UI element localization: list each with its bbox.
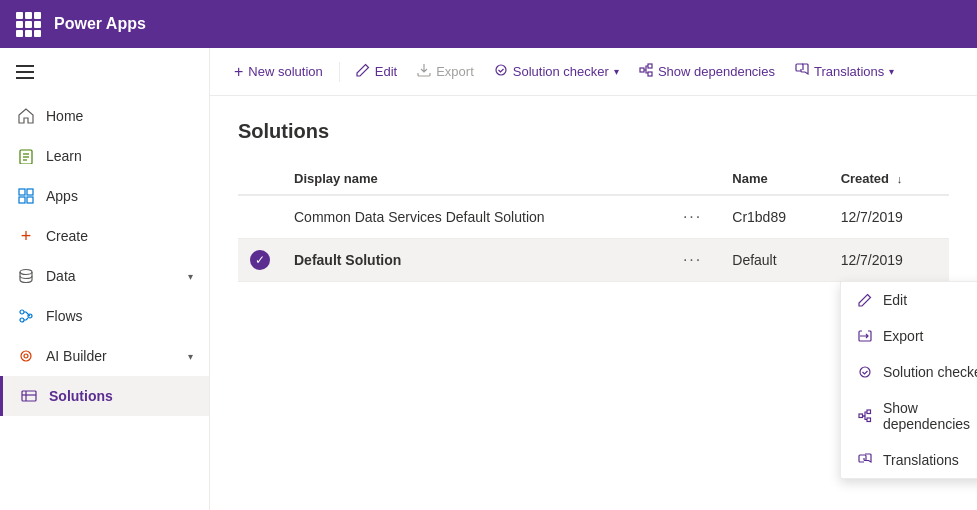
svg-rect-14	[22, 391, 36, 401]
col-header-created[interactable]: Created ↓	[829, 163, 949, 195]
context-translations-label: Translations	[883, 452, 959, 468]
translations-icon	[795, 63, 809, 80]
export-button[interactable]: Export	[409, 57, 482, 86]
sidebar-item-data[interactable]: Data ▾	[0, 256, 209, 296]
app-title: Power Apps	[54, 15, 146, 33]
svg-rect-22	[859, 414, 863, 418]
row2-check-cell: ✓	[238, 239, 282, 282]
solutions-table: Display name Name Created ↓ Common Data …	[238, 163, 949, 282]
toolbar-separator-1	[339, 62, 340, 82]
translations-chevron-icon: ▾	[889, 66, 894, 77]
toolbar: + New solution Edit Export	[210, 48, 977, 96]
new-solution-button[interactable]: + New solution	[226, 57, 331, 87]
table-body: Common Data Services Default Solution ··…	[238, 195, 949, 282]
apps-icon	[16, 186, 36, 206]
sidebar: Home Learn	[0, 48, 210, 510]
selected-check-icon: ✓	[250, 250, 270, 270]
show-dependencies-button[interactable]: Show dependencies	[631, 57, 783, 86]
sidebar-label-ai-builder: AI Builder	[46, 348, 107, 364]
sidebar-item-apps[interactable]: Apps	[0, 176, 209, 216]
svg-point-17	[496, 65, 506, 75]
page-title: Solutions	[238, 120, 949, 143]
waffle-icon	[16, 12, 41, 37]
context-menu-item-show-dependencies[interactable]: Show dependencies	[841, 390, 977, 442]
main-content: + New solution Edit Export	[210, 48, 977, 510]
svg-point-11	[20, 318, 24, 322]
col-header-display-name: Display name	[282, 163, 665, 195]
context-menu-item-edit[interactable]: Edit	[841, 282, 977, 318]
sidebar-item-learn[interactable]: Learn	[0, 136, 209, 176]
svg-rect-19	[648, 64, 652, 68]
topbar: Power Apps	[0, 0, 977, 48]
plus-icon: +	[234, 63, 243, 81]
context-menu-item-export[interactable]: Export	[841, 318, 977, 354]
data-chevron-icon: ▾	[188, 271, 193, 282]
svg-point-21	[860, 367, 870, 377]
svg-rect-23	[867, 410, 871, 414]
sidebar-label-data: Data	[46, 268, 76, 284]
translations-label: Translations	[814, 64, 884, 79]
context-edit-label: Edit	[883, 292, 907, 308]
row1-display-name: Common Data Services Default Solution	[282, 195, 665, 239]
ai-builder-chevron-icon: ▾	[188, 351, 193, 362]
col-header-more	[665, 163, 720, 195]
new-solution-label: New solution	[248, 64, 322, 79]
solution-checker-chevron-icon: ▾	[614, 66, 619, 77]
sidebar-item-create[interactable]: + Create	[0, 216, 209, 256]
sidebar-label-create: Create	[46, 228, 88, 244]
sidebar-item-home[interactable]: Home	[0, 96, 209, 136]
row2-created: 12/7/2019	[829, 239, 949, 282]
edit-icon	[356, 63, 370, 80]
sidebar-toggle-button[interactable]	[0, 48, 209, 96]
show-dependencies-context-icon	[857, 408, 873, 424]
ai-builder-icon	[16, 346, 36, 366]
row1-more-button[interactable]: ···	[677, 206, 708, 228]
context-menu-item-solution-checker-left: Solution checker	[857, 364, 977, 380]
context-menu-item-show-dependencies-left: Show dependencies	[857, 400, 977, 432]
row2-name: Default	[720, 239, 828, 282]
solution-checker-button[interactable]: Solution checker ▾	[486, 57, 627, 86]
row2-display-name: Default Solution	[282, 239, 665, 282]
context-show-dependencies-label: Show dependencies	[883, 400, 977, 432]
table-row[interactable]: Common Data Services Default Solution ··…	[238, 195, 949, 239]
sidebar-item-flows[interactable]: Flows	[0, 296, 209, 336]
sidebar-label-solutions: Solutions	[49, 388, 113, 404]
translations-button[interactable]: Translations ▾	[787, 57, 902, 86]
svg-rect-18	[640, 68, 644, 72]
export-icon	[417, 63, 431, 80]
context-menu-item-solution-checker[interactable]: Solution checker ›	[841, 354, 977, 390]
solution-checker-label: Solution checker	[513, 64, 609, 79]
flows-icon	[16, 306, 36, 326]
edit-label: Edit	[375, 64, 397, 79]
svg-rect-5	[27, 189, 33, 195]
row2-more-cell: ···	[665, 239, 720, 282]
sidebar-item-ai-builder[interactable]: AI Builder ▾	[0, 336, 209, 376]
export-label: Export	[436, 64, 474, 79]
data-icon	[16, 266, 36, 286]
svg-rect-6	[19, 197, 25, 203]
table-row[interactable]: ✓ Default Solution ··· Default 12/7/2019	[238, 239, 949, 282]
waffle-button[interactable]	[12, 8, 44, 40]
context-menu: Edit Export	[840, 281, 977, 479]
context-menu-item-translations[interactable]: Translations ›	[841, 442, 977, 478]
hamburger-icon	[16, 65, 34, 79]
layout: Home Learn	[0, 48, 977, 510]
show-dependencies-icon	[639, 63, 653, 80]
context-menu-item-export-left: Export	[857, 328, 923, 344]
home-icon	[16, 106, 36, 126]
create-icon: +	[16, 226, 36, 246]
edit-button[interactable]: Edit	[348, 57, 405, 86]
solution-checker-icon	[494, 63, 508, 80]
page-content: Solutions Display name Name Created ↓	[210, 96, 977, 510]
export-context-icon	[857, 328, 873, 344]
row1-name: Cr1bd89	[720, 195, 828, 239]
svg-rect-4	[19, 189, 25, 195]
context-menu-item-translations-left: Translations	[857, 452, 959, 468]
sidebar-item-solutions[interactable]: Solutions	[0, 376, 209, 416]
svg-point-13	[24, 354, 28, 358]
svg-rect-24	[867, 418, 871, 422]
row2-more-button[interactable]: ···	[677, 249, 708, 271]
row1-created: 12/7/2019	[829, 195, 949, 239]
row1-check-cell	[238, 195, 282, 239]
col-header-name: Name	[720, 163, 828, 195]
